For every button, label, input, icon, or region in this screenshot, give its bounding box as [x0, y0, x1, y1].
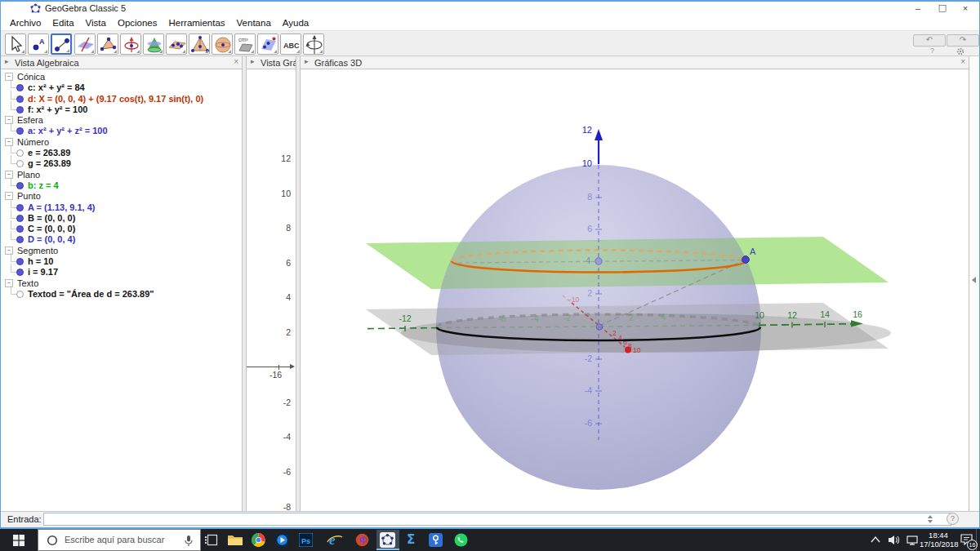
point-d[interactable]: [595, 258, 602, 264]
graphics-view-panel[interactable]: ▸ Vista Gráfica 12 10 8 6 4 2 -2 -4 -6 -…: [247, 56, 296, 514]
point-tool-button[interactable]: A: [28, 33, 49, 55]
whatsapp-button[interactable]: [450, 530, 473, 550]
minimize-button[interactable]: –: [906, 2, 930, 16]
algebra-item-i[interactable]: i = 9.17: [1, 267, 242, 278]
sigma-app-button[interactable]: Σ: [400, 530, 423, 550]
volume-icon: cm³: [235, 34, 256, 56]
circle-axis-tool-button[interactable]: [120, 33, 141, 55]
algebra-group-esfera[interactable]: Esfera: [1, 115, 242, 126]
algebra-close-icon[interactable]: ×: [234, 57, 238, 66]
movies-tv-button[interactable]: [271, 530, 294, 550]
algebra-item-g[interactable]: g = 263.89: [1, 158, 242, 169]
object-visibility-dot[interactable]: [16, 269, 24, 276]
orange-purple-app-button[interactable]: Φ: [351, 530, 374, 550]
menu-ventana[interactable]: Ventana: [231, 18, 277, 28]
rotate-view-tool-button[interactable]: [303, 33, 324, 55]
menu-archivo[interactable]: Archivo: [4, 18, 47, 28]
polygon-tool-button[interactable]: [97, 33, 118, 55]
algebra-item-label: b: z = 4: [28, 180, 59, 190]
menu-vista[interactable]: Vista: [80, 18, 112, 28]
point-a[interactable]: [742, 256, 750, 264]
menu-ayuda[interactable]: Ayuda: [277, 18, 314, 28]
graphics3d-view-panel[interactable]: ▸ Gráficas 3D ×: [301, 56, 969, 514]
screen: GeoGebra Classic 5 – □ × Archivo Edita V…: [0, 0, 980, 551]
algebra-group-segmento[interactable]: Segmento: [1, 246, 242, 256]
object-visibility-dot[interactable]: [16, 236, 24, 243]
algebra-item-B[interactable]: B = (0, 0, 0): [1, 213, 242, 224]
menu-opciones[interactable]: Opciones: [112, 18, 163, 28]
object-visibility-dot[interactable]: [16, 160, 24, 167]
algebra-item-f[interactable]: f: x² + y² = 100: [1, 104, 242, 115]
algebra-item-h[interactable]: h = 10: [1, 256, 242, 267]
algebra-item-d[interactable]: d: X = (0, 0, 4) + (9.17 cos(t), 9.17 si…: [1, 94, 242, 104]
phi-app-icon: Φ: [355, 533, 369, 547]
photoshop-button[interactable]: Ps: [295, 530, 318, 550]
tray-chevron-icon[interactable]: [871, 536, 880, 543]
collapse-panel-arrow-icon[interactable]: [972, 277, 976, 283]
key-app-button[interactable]: [425, 530, 448, 550]
panel-collapse-icon[interactable]: ▸: [5, 57, 9, 65]
help-icon[interactable]: ?: [930, 47, 934, 55]
start-button[interactable]: [0, 529, 38, 551]
task-view-button[interactable]: [200, 530, 223, 550]
volume-tray-icon[interactable]: [889, 535, 901, 545]
internet-explorer-button[interactable]: e: [323, 530, 346, 550]
algebra-item-e[interactable]: e = 263.89: [1, 148, 242, 158]
redo-button[interactable]: ↷: [947, 34, 979, 47]
input-help-button[interactable]: ?: [947, 513, 959, 525]
algebra-group-plano[interactable]: Plano: [1, 170, 242, 180]
tray-clock[interactable]: 18:44 17/10/2018: [920, 531, 957, 549]
plane-tool-button[interactable]: [166, 33, 187, 55]
scene-3d[interactable]: -12 -6 -4 -2 2 4 10 12 14 16: [301, 69, 969, 514]
chrome-button[interactable]: [247, 530, 270, 550]
algebra-group-texto[interactable]: Texto: [1, 278, 242, 289]
text-tool-button[interactable]: ABC: [280, 33, 301, 55]
sphere-tool-button[interactable]: [212, 33, 233, 55]
plane-line-icon: [75, 34, 96, 56]
algebra-item-textod[interactable]: Textod = "Área de d = 263.89": [1, 289, 242, 300]
algebra-item-A[interactable]: A = (1.13, 9.1, 4): [1, 202, 242, 213]
file-explorer-button[interactable]: [224, 530, 247, 550]
move-tool-button[interactable]: [5, 33, 26, 55]
show-desktop-button[interactable]: [976, 529, 980, 551]
input-history-spinner-icon[interactable]: [927, 515, 933, 523]
algebra-item-b[interactable]: b: z = 4: [1, 180, 242, 191]
undo-button[interactable]: ↶: [913, 34, 946, 47]
line-tool-button[interactable]: [51, 33, 72, 55]
right-panel-edge: [969, 56, 980, 514]
algebra-item-C[interactable]: C = (0, 0, 0): [1, 224, 242, 234]
maximize-button[interactable]: □: [930, 2, 955, 16]
volume-tool-button[interactable]: cm³: [234, 33, 256, 55]
algebra-group-numero[interactable]: Número: [1, 137, 242, 148]
algebra-item-label: D = (0, 0, 4): [28, 234, 75, 244]
menu-edita[interactable]: Edita: [47, 18, 79, 28]
algebra-panel-title: Vista Algebraica: [15, 58, 79, 68]
close-button[interactable]: ×: [953, 2, 978, 16]
algebra-item-a[interactable]: a: x² + y² + z² = 100: [1, 126, 242, 136]
cone-tool-button[interactable]: [143, 33, 164, 55]
panel-collapse-icon[interactable]: ▸: [305, 57, 309, 65]
object-visibility-dot[interactable]: [16, 291, 24, 298]
entrada-input[interactable]: [43, 513, 951, 526]
panel-collapse-icon[interactable]: ▸: [251, 57, 255, 65]
algebra-item-D[interactable]: D = (0, 0, 4): [1, 234, 242, 245]
algebra-item-c[interactable]: c: x² + y² = 84: [1, 82, 242, 93]
point-b-c[interactable]: [596, 324, 603, 331]
object-visibility-dot[interactable]: [16, 106, 24, 113]
graphics3d-panel-header: ▸ Gráficas 3D ×: [301, 56, 969, 69]
taskbar-search[interactable]: Escribe aquí para buscar: [38, 529, 201, 551]
reflect-tool-button[interactable]: [257, 33, 278, 55]
microphone-icon[interactable]: [184, 535, 194, 547]
geogebra-app-button[interactable]: [376, 530, 399, 550]
object-visibility-dot[interactable]: [16, 182, 24, 189]
object-visibility-dot[interactable]: [16, 127, 24, 135]
network-tray-icon[interactable]: [906, 535, 920, 545]
circle-axis-icon: [121, 34, 142, 56]
pyramid-tool-button[interactable]: [189, 33, 210, 55]
algebra-group-punto[interactable]: Punto: [1, 191, 242, 202]
gear-icon[interactable]: [956, 47, 964, 56]
algebra-group-conica[interactable]: Cónica: [1, 72, 242, 82]
graphics3d-close-icon[interactable]: ×: [960, 57, 965, 66]
menu-herramientas[interactable]: Herramientas: [163, 18, 231, 28]
intersect-planes-tool-button[interactable]: [74, 33, 96, 55]
